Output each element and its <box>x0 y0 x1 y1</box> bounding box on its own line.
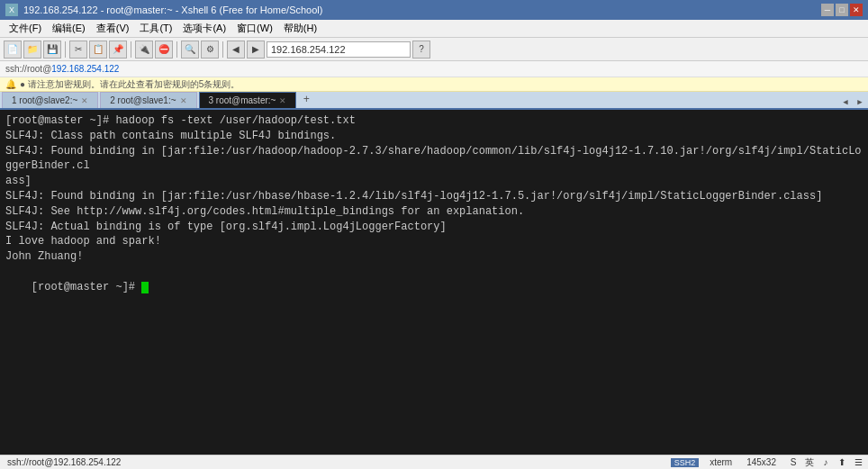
tab-slave2-close[interactable]: ✕ <box>81 96 88 105</box>
menu-edit[interactable]: 编辑(E) <box>47 20 91 37</box>
toolbar-address-text: 192.168.254.122 <box>271 44 346 55</box>
menu-view[interactable]: 查看(V) <box>91 20 135 37</box>
toolbar-new-btn[interactable]: 📄 <box>4 41 22 59</box>
menu-window[interactable]: 窗口(W) <box>231 20 278 37</box>
tab-add-button[interactable]: + <box>298 92 314 108</box>
terminal-cursor <box>141 282 149 293</box>
terminal-line-2: SLF4J: Class path contains multiple SLF4… <box>5 129 863 144</box>
menu-file[interactable]: 文件(F) <box>4 20 47 37</box>
title-bar-left: X 192.168.254.122 - root@master:~ - Xshe… <box>5 4 322 16</box>
addr-home: ssh://root@ <box>5 64 51 74</box>
terminal[interactable]: [root@master ~]# hadoop fs -text /user/h… <box>0 110 868 455</box>
notif-text: ● 请注意加密规则。请在此处查看加密规则的5条规则。 <box>20 78 240 91</box>
menu-tools[interactable]: 工具(T) <box>134 20 177 37</box>
terminal-line-4: ass] <box>5 174 863 189</box>
tray-icon-upload[interactable]: ⬆ <box>836 456 848 469</box>
close-button[interactable]: ✕ <box>850 4 863 16</box>
tray-icon-lang[interactable]: 英 <box>803 456 816 469</box>
terminal-line-3: SLF4J: Found binding in [jar:file:/usr/h… <box>5 144 863 175</box>
tray-icon-sound[interactable]: ♪ <box>819 456 832 469</box>
window-title: 192.168.254.122 - root@master:~ - Xshell… <box>23 5 322 15</box>
terminal-line-6: SLF4J: See http://www.slf4j.org/codes.ht… <box>5 204 863 220</box>
tab-slave2-label: 1 root@slave2:~ <box>12 95 77 105</box>
toolbar-sep-3 <box>176 41 177 58</box>
toolbar-save-btn[interactable]: 💾 <box>43 41 61 59</box>
toolbar-sep-4 <box>222 41 223 58</box>
ssh-indicator: SSH2 <box>671 458 700 467</box>
toolbar-open-btn[interactable]: 📁 <box>23 41 41 59</box>
terminal-prompt-line: [root@master ~]# <box>5 265 863 310</box>
toolbar-cut-btn[interactable]: ✂ <box>69 41 87 59</box>
tab-nav-left[interactable]: ◀ <box>839 95 852 108</box>
tab-slave2[interactable]: 1 root@slave2:~ ✕ <box>2 92 98 108</box>
tray-icon-s[interactable]: S <box>787 456 800 469</box>
tray-icon-menu[interactable]: ☰ <box>852 456 864 469</box>
tray-icons: S 英 ♪ ⬆ ☰ <box>787 456 864 469</box>
tab-master-close[interactable]: ✕ <box>279 96 286 105</box>
terminal-line-1: [root@master ~]# hadoop fs -text /user/h… <box>5 113 863 129</box>
toolbar-back-btn[interactable]: ◀ <box>227 41 245 59</box>
tab-master[interactable]: 3 root@master:~ ✕ <box>199 92 297 108</box>
tab-slave1-close[interactable]: ✕ <box>180 96 187 105</box>
notif-icon: 🔔 <box>5 79 16 89</box>
terminal-line-8: I love hadoop and spark! <box>5 234 863 249</box>
toolbar-sep-1 <box>65 41 66 58</box>
tab-nav-right[interactable]: ▶ <box>854 95 866 108</box>
maximize-button[interactable]: □ <box>836 4 848 16</box>
tab-master-label: 3 root@master:~ <box>209 95 276 105</box>
tab-nav: ◀ ▶ <box>839 95 866 108</box>
toolbar-address[interactable]: 192.168.254.122 <box>267 41 411 58</box>
toolbar-help-btn[interactable]: ? <box>412 41 430 59</box>
toolbar-sep-2 <box>131 41 131 58</box>
notification-bar: 🔔 ● 请注意加密规则。请在此处查看加密规则的5条规则。 <box>0 77 868 92</box>
window-controls: ─ □ ✕ <box>821 4 863 16</box>
tab-bar: 1 root@slave2:~ ✕ 2 root@slave1:~ ✕ 3 ro… <box>0 92 868 110</box>
terminal-line-5: SLF4J: Found binding in [jar:file:/usr/h… <box>5 189 863 204</box>
toolbar-settings-btn[interactable]: ⚙ <box>201 41 219 59</box>
addr-path[interactable]: 192.168.254.122 <box>51 64 119 74</box>
toolbar-copy-btn[interactable]: 📋 <box>89 41 107 59</box>
status-left: ssh://root@192.168.254.122 <box>4 457 124 467</box>
toolbar-forward-btn[interactable]: ▶ <box>247 41 265 59</box>
terminal-line-7: SLF4J: Actual binding is of type [org.sl… <box>5 220 863 235</box>
toolbar-paste-btn[interactable]: 📌 <box>109 41 127 59</box>
status-bar: ssh://root@192.168.254.122 SSH2 xterm 14… <box>0 455 868 469</box>
tab-slave1[interactable]: 2 root@slave1:~ ✕ <box>100 92 196 108</box>
menu-tabs[interactable]: 选项卡(A) <box>177 20 231 37</box>
xterm-indicator: xterm <box>706 457 736 467</box>
tab-slave1-label: 2 root@slave1:~ <box>110 95 176 105</box>
minimize-button[interactable]: ─ <box>821 4 834 16</box>
toolbar: 📄 📁 💾 ✂ 📋 📌 🔌 ⛔ 🔍 ⚙ ◀ ▶ 192.168.254.122 … <box>0 38 868 61</box>
toolbar-search-btn[interactable]: 🔍 <box>181 41 199 59</box>
toolbar-connect-btn[interactable]: 🔌 <box>135 41 153 59</box>
address-bar: ssh://root@192.168.254.122 <box>0 61 868 77</box>
status-right: SSH2 xterm 145x32 S 英 ♪ ⬆ ☰ <box>671 456 864 469</box>
terminal-prompt: [root@master ~]# <box>32 281 141 293</box>
terminal-line-9: John Zhuang! <box>5 249 863 265</box>
menu-bar: 文件(F) 编辑(E) 查看(V) 工具(T) 选项卡(A) 窗口(W) 帮助(… <box>0 20 868 38</box>
size-indicator: 145x32 <box>743 457 780 467</box>
status-connection: ssh://root@192.168.254.122 <box>4 457 124 467</box>
toolbar-disconnect-btn[interactable]: ⛔ <box>155 41 173 59</box>
title-bar: X 192.168.254.122 - root@master:~ - Xshe… <box>0 0 868 20</box>
app-icon: X <box>5 4 18 16</box>
menu-help[interactable]: 帮助(H) <box>278 20 322 37</box>
